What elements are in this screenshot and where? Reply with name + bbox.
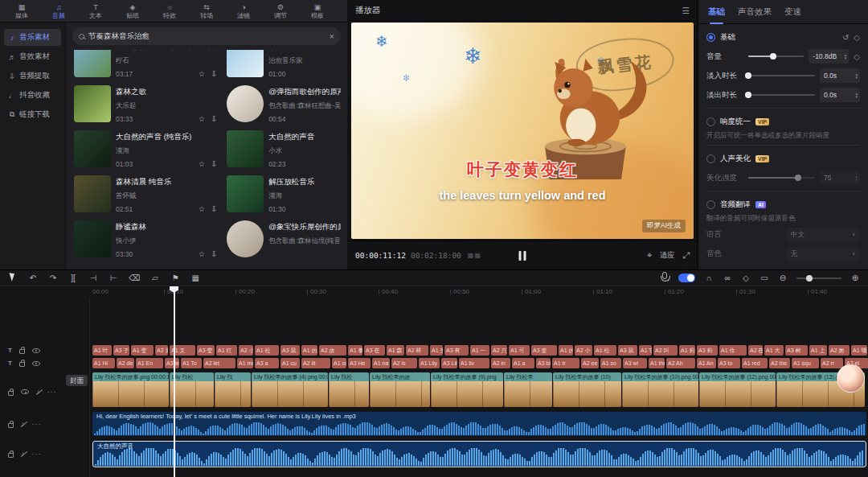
sidebar-item-soundfx[interactable]: ♬音效素材 [4, 48, 61, 65]
reset-icon[interactable]: ↺ [842, 33, 849, 42]
music-card[interactable]: 解压放松音乐漠海01:30☆⇩ [225, 174, 341, 216]
download-icon[interactable]: ⇩ [211, 159, 217, 168]
timbre-select[interactable]: 无▾ [786, 247, 860, 261]
link-clips-icon[interactable]: ∞ [723, 271, 732, 286]
subtitle-clip[interactable]: A1 松 [594, 345, 616, 356]
volume-slider[interactable] [748, 56, 804, 57]
subtitle-clip[interactable]: A2 let [203, 358, 235, 368]
clear-search-icon[interactable]: × [330, 31, 334, 41]
nav-adjust[interactable]: ⚙调节 [262, 0, 299, 23]
subtitle-clip[interactable]: A1 上 [809, 345, 827, 356]
nav-template[interactable]: ▣模板 [299, 0, 336, 23]
subtitle-clip[interactable]: A1 so [600, 358, 621, 368]
playhead[interactable] [174, 286, 175, 477]
video-clip[interactable]: Lily 找松果的故事 (12).png 00:00:15:07 [699, 372, 776, 407]
subtitle-clip[interactable]: A1 叶 [92, 345, 112, 356]
basic-toggle[interactable] [706, 33, 715, 42]
zoom-in-icon[interactable]: ⊕ [850, 271, 860, 286]
nav-text[interactable]: T文本 [77, 0, 114, 23]
trim-left-icon[interactable]: ⊣ [88, 271, 98, 286]
nav-filter[interactable]: ◑滤镜 [225, 0, 262, 23]
subtitle-clip[interactable]: A2 ee [581, 358, 599, 368]
preview-grid-icon[interactable]: ▦▦ [468, 252, 481, 259]
subtitle-clip[interactable]: A3 鼠 [618, 345, 637, 356]
pause-button[interactable] [519, 251, 526, 261]
subtitle-clip[interactable]: A1 me [237, 358, 253, 368]
download-icon[interactable]: ⇩ [211, 249, 217, 258]
subtitle-clip[interactable]: A3 le [165, 358, 179, 368]
music-card[interactable]: 森林之歌大乐起03:33☆⇩ [72, 84, 219, 125]
music-card[interactable]: 放松大脑治愈心情治愈音乐家01:00☆⇩ [225, 50, 341, 80]
timeline-zoom-slider[interactable] [796, 278, 841, 279]
nav-media[interactable]: ▦媒体 [3, 0, 40, 23]
nav-sticker[interactable]: ◈贴纸 [114, 0, 151, 23]
download-icon[interactable]: ⇩ [211, 114, 217, 123]
preview-axis-icon[interactable]: ▭ [760, 271, 769, 286]
auto-caption-toggle[interactable] [678, 273, 695, 282]
subtitle-clip[interactable]: A3 He [348, 358, 371, 368]
stepper-icons[interactable]: ▴▾ [855, 175, 858, 181]
mute-icon[interactable]: ♪ [21, 450, 25, 458]
fade-in-slider[interactable] [748, 75, 815, 76]
video-clip[interactable]: Lily 找松果的故事 (9).png [431, 372, 503, 407]
lock-icon[interactable] [8, 391, 14, 396]
subtitle-clip[interactable]: A1 一 [470, 345, 489, 356]
fit-mode-button[interactable]: 适应 [660, 250, 674, 261]
subtitle-clip[interactable]: A2 de [117, 358, 134, 368]
magnet-icon[interactable]: ∩ [704, 271, 714, 286]
audio-translate-toggle[interactable] [706, 200, 715, 209]
subtitle-clip[interactable]: A3 big [536, 358, 551, 368]
subtitle-clip[interactable]: A2 小 [575, 345, 592, 356]
subtitle-clip[interactable]: A1 森 [387, 345, 404, 356]
favorite-star-icon[interactable]: ☆ [199, 69, 206, 78]
subtitle-clip[interactable]: A2 黄 [155, 345, 168, 356]
beautify-strength-slider[interactable] [748, 177, 815, 179]
music-card[interactable]: @弹指而歌创作的原声包含歌曲:森林狂想曲-吴金黛00:54☆⇩ [225, 84, 341, 125]
subtitle-clip[interactable]: A3 树 [785, 345, 808, 356]
select-tool-icon[interactable] [8, 271, 18, 286]
volume-value[interactable]: -10.8dB▴▾ [809, 49, 849, 64]
tab-变速[interactable]: 变速 [784, 6, 801, 18]
subtitle-clip[interactable]: A1 可 [509, 345, 530, 356]
timeline-ruler[interactable]: 00:0000:1000:2000:3000:4000:5001:0001:10… [90, 286, 868, 298]
subtitle-clip[interactable]: A2 林 [406, 345, 428, 356]
subtitle-clip[interactable]: A2 is [391, 358, 417, 368]
subtitle-clip[interactable]: A3 wi [623, 358, 647, 368]
video-clip[interactable]: Lily 找松果的故事.png 00:00:14:06 [92, 372, 169, 407]
video-clip[interactable]: Lily 找松果 [504, 372, 552, 407]
download-icon[interactable]: ⇩ [211, 204, 217, 213]
snapshot-icon[interactable]: ⌖ [647, 250, 652, 261]
audio-clip-music-selected[interactable]: 大自然的声音 [92, 441, 866, 467]
sidebar-item-link[interactable]: ⧉链接下载 [4, 106, 61, 123]
subtitle-clip[interactable]: A2 在 [748, 345, 763, 356]
fade-in-value[interactable]: 0.0s▴▾ [820, 68, 860, 83]
subtitle-clip[interactable]: A2 in [491, 358, 510, 368]
favorite-star-icon[interactable]: ☆ [199, 204, 206, 213]
video-clip[interactable]: Lily 找松果的故事 (10).png 00:0 [622, 372, 698, 407]
search-bar[interactable]: × [72, 27, 341, 45]
subtitle-clip[interactable]: A3 鼠 [280, 345, 300, 356]
volume-keyframe-icon[interactable]: ◇ [854, 52, 860, 61]
mosaic-icon[interactable]: ▦ [190, 271, 200, 286]
lock-icon[interactable] [8, 453, 14, 458]
subtitle-clip[interactable]: A2 lit [301, 358, 330, 368]
keyframe-tool-icon[interactable]: ◇ [741, 271, 751, 286]
beautify-strength-value[interactable]: 75▴▾ [820, 171, 860, 185]
language-select[interactable]: 中文▾ [786, 228, 860, 242]
more-options-icon[interactable]: ··· [32, 450, 42, 458]
player-menu-icon[interactable]: ☰ [682, 6, 690, 15]
audio-clip-narration[interactable]: Hi, dear English learners! Today, let’ s… [92, 412, 866, 436]
video-clip[interactable]: Lily 找松果的故事 (10) [553, 372, 621, 407]
voice-beautify-toggle[interactable] [706, 154, 715, 163]
redo-icon[interactable]: ↷ [48, 271, 58, 286]
subtitle-clip[interactable]: A2 小 [239, 345, 253, 356]
subtitle-clip[interactable]: A3 子 [113, 345, 129, 356]
nav-transition[interactable]: ⇆转场 [188, 0, 225, 23]
loudness-toggle[interactable] [706, 117, 715, 126]
subtitle-clip[interactable]: A1 Lily [419, 358, 440, 368]
subtitle-clip[interactable]: A2 rr [821, 358, 843, 368]
sidebar-item-extract[interactable]: ⇩音频提取 [4, 68, 61, 84]
favorite-star-icon[interactable]: ☆ [199, 249, 206, 258]
fade-out-slider[interactable] [748, 94, 815, 96]
sidebar-item-tiktok[interactable]: ♩抖音收藏 [4, 87, 61, 104]
